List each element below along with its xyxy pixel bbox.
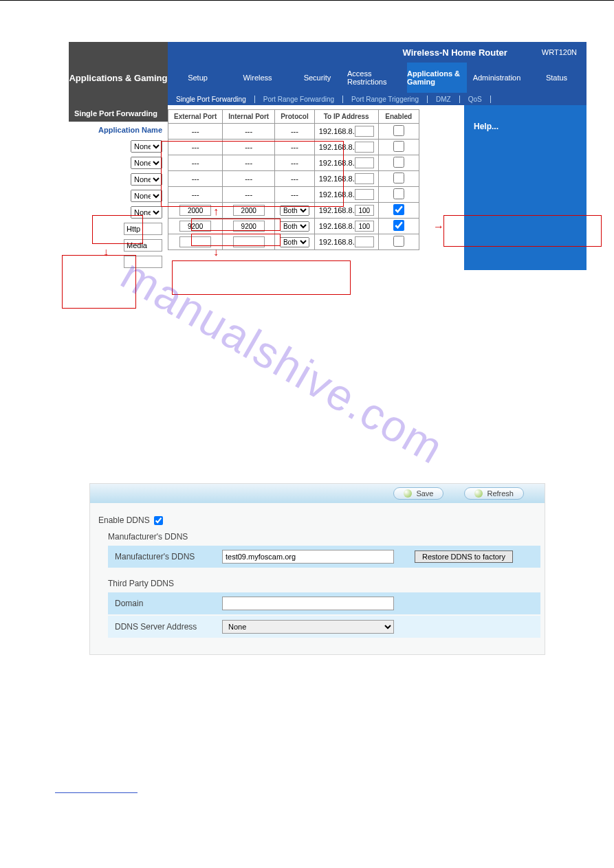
anno-box-left-bottom [62, 255, 136, 309]
app-select-none[interactable]: None [131, 157, 162, 169]
tab-applications-gaming[interactable]: Applications & Gaming [407, 63, 467, 93]
app-select-none[interactable]: None [131, 173, 162, 186]
ip-octet-input[interactable] [355, 157, 374, 168]
anno-box-names [92, 215, 143, 244]
mfr-ddns-input[interactable] [222, 550, 394, 564]
app-select-none[interactable]: None [131, 190, 162, 202]
main-tabs: Setup Wireless Security Access Restricti… [168, 63, 586, 93]
mfr-ddns-label: Manufacturer's DDNS [115, 552, 222, 561]
arrow-up-icon: ↑ [213, 205, 219, 218]
ip-octet-input[interactable] [355, 142, 374, 153]
arrow-down-left-icon: ↓ [103, 246, 109, 258]
third-party-section-title: Third Party DDNS [108, 575, 540, 592]
subnav-single-port[interactable]: Single Port Forwarding [168, 96, 255, 103]
col-to-ip: To IP Address [314, 110, 378, 124]
app-name-label: Application Name [69, 122, 168, 138]
table-row: ---------192.168.8. [168, 124, 419, 140]
subnav-spacer [69, 93, 168, 105]
subnav-port-triggering[interactable]: Port Range Triggering [343, 96, 428, 103]
enabled-checkbox[interactable] [383, 125, 415, 136]
restore-ddns-button[interactable]: Restore DDNS to factory [415, 550, 513, 563]
subnav-port-range[interactable]: Port Range Forwarding [255, 96, 343, 103]
anno-box-top [161, 141, 344, 207]
help-label: Help... [474, 122, 498, 131]
ip-octet-input[interactable] [355, 126, 374, 137]
enable-ddns-checkbox[interactable] [154, 516, 163, 525]
app-select-none[interactable]: None [131, 140, 162, 153]
enabled-checkbox[interactable] [383, 173, 415, 183]
arrow-down-icon: ↓ [213, 246, 219, 258]
router-top-bar: Wireless-N Home Router WRT120N [168, 42, 586, 63]
enabled-checkbox[interactable] [383, 188, 415, 199]
ip-octet-input[interactable] [355, 221, 374, 232]
mfr-section-title: Manufacturer's DDNS [108, 528, 540, 546]
sidebar-title: Single Port Forwarding [69, 105, 168, 122]
enabled-checkbox[interactable] [383, 204, 415, 215]
save-button[interactable]: Save [393, 487, 443, 500]
ip-octet-input[interactable] [355, 236, 374, 247]
ip-octet-input[interactable] [355, 205, 374, 216]
section-title: Applications & Gaming [69, 63, 168, 93]
anno-box-enabled [443, 215, 602, 247]
ip-octet-input[interactable] [355, 189, 374, 200]
enabled-checkbox[interactable] [383, 157, 415, 168]
tab-security[interactable]: Security [287, 63, 347, 93]
domain-label: Domain [115, 599, 222, 608]
domain-input[interactable] [222, 597, 394, 610]
protocol-select[interactable]: Both [280, 237, 309, 247]
enabled-checkbox[interactable] [383, 220, 415, 231]
tab-administration[interactable]: Administration [467, 63, 527, 93]
tab-wireless[interactable]: Wireless [228, 63, 287, 93]
tab-access-restrictions[interactable]: Access Restrictions [347, 63, 407, 93]
col-external: External Port [168, 110, 223, 124]
router-title: Wireless-N Home Router [403, 47, 507, 58]
col-internal: Internal Port [223, 110, 275, 124]
ddns-panel: Save Refresh Enable DDNS Manufacturer's … [89, 483, 545, 655]
router-model: WRT120N [542, 48, 577, 56]
subnav-qos[interactable]: QoS [460, 96, 491, 103]
bottom-link-underline [55, 792, 138, 793]
ddns-server-select[interactable]: None [222, 620, 394, 634]
anno-box-center-bottom [172, 260, 351, 295]
ip-octet-input[interactable] [355, 173, 374, 184]
refresh-button[interactable]: Refresh [464, 487, 524, 500]
arrow-right-icon: → [433, 221, 444, 233]
enable-ddns-label: Enable DDNS [98, 515, 150, 525]
col-protocol: Protocol [275, 110, 315, 124]
router-top-left-bg [69, 42, 168, 63]
subnav-dmz[interactable]: DMZ [428, 96, 460, 103]
tab-setup[interactable]: Setup [168, 63, 228, 93]
ddns-server-label: DDNS Server Address [115, 622, 222, 632]
anno-box-ports-media [191, 234, 281, 246]
enabled-checkbox[interactable] [383, 236, 415, 247]
anno-box-ports-http [191, 219, 281, 231]
col-enabled: Enabled [378, 110, 419, 124]
tab-status[interactable]: Status [527, 63, 586, 93]
protocol-select[interactable]: Both [280, 221, 309, 232]
enabled-checkbox[interactable] [383, 141, 415, 152]
